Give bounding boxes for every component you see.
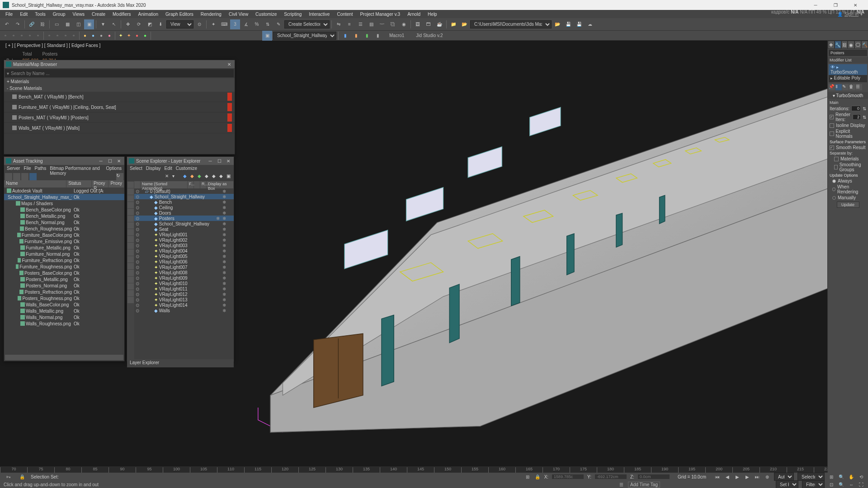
- asset-row[interactable]: Posters_BaseColor.pngOk: [4, 270, 124, 276]
- stack-icon[interactable]: ▮: [373, 31, 383, 41]
- material-row[interactable]: Posters_MAT ( VRayMtl ) [Posters]: [4, 113, 235, 123]
- light-icon[interactable]: ✦: [117, 32, 124, 39]
- placement-icon[interactable]: ⬇: [156, 19, 165, 29]
- se-btn[interactable]: ◆: [219, 174, 226, 180]
- time-play-icon[interactable]: ▶: [734, 474, 741, 480]
- asset-row[interactable]: Bench_Normal.pngOk: [4, 219, 124, 225]
- light-icon[interactable]: ●: [133, 32, 141, 39]
- select-region-icon[interactable]: ◫: [73, 19, 83, 29]
- panel-min-icon[interactable]: ─: [97, 159, 104, 164]
- rotate-icon[interactable]: ⟳: [134, 19, 144, 29]
- stack-icon[interactable]: ▮: [340, 31, 350, 41]
- asset-row[interactable]: Autodesk VaultLogged Out (Asset...: [4, 188, 124, 194]
- add-time-tag[interactable]: Add Time Tag: [628, 482, 660, 488]
- sub-icon[interactable]: ▫: [26, 32, 33, 39]
- render-icon[interactable]: ☕: [434, 19, 444, 29]
- schematic-icon[interactable]: ⿻: [388, 19, 398, 29]
- pm-icon1[interactable]: 📁: [448, 19, 458, 29]
- scene-row[interactable]: ⊙✦ VRayLight003❄: [134, 243, 234, 248]
- asset-row[interactable]: Posters_Roughness.pngOk: [4, 295, 124, 301]
- at-menu-item[interactable]: Bitmap Performance and Memory: [50, 166, 102, 171]
- select-object-icon[interactable]: ↖: [109, 19, 119, 29]
- asset-row[interactable]: Bench_BaseColor.pngOk: [4, 206, 124, 213]
- modifier-list-label[interactable]: Modifier List: [828, 57, 868, 63]
- at-btn[interactable]: [13, 173, 20, 180]
- cloud-icon[interactable]: ☁: [585, 19, 595, 29]
- stack-icon[interactable]: ▮: [351, 31, 361, 41]
- scene-row[interactable]: ⊙✦ VRayLight014❄: [134, 302, 234, 308]
- at-menu-item[interactable]: Paths: [35, 166, 47, 171]
- abs-rel-icon[interactable]: ⊞: [524, 474, 531, 480]
- minimize-button[interactable]: ─: [806, 0, 826, 10]
- se-filter-icon[interactable]: [127, 236, 134, 242]
- utilities-tab-icon[interactable]: 🔨: [861, 41, 868, 49]
- vp-nav-icon[interactable]: ⊡: [828, 481, 835, 488]
- at-btn[interactable]: [21, 173, 28, 180]
- menu-civil-view[interactable]: Civil View: [225, 11, 252, 18]
- h-scrollbar[interactable]: [5, 355, 123, 360]
- iterations-spinner[interactable]: 0: [851, 106, 861, 111]
- window-crossing-icon[interactable]: ▣: [84, 19, 94, 29]
- asset-row[interactable]: Furniture_Normal.pngOk: [4, 251, 124, 257]
- open-folder-icon[interactable]: 📂: [552, 19, 562, 29]
- se-filter-icon[interactable]: [127, 216, 134, 222]
- scene-row[interactable]: ⊙✦ VRayLight009❄: [134, 275, 234, 281]
- sep-materials-check[interactable]: [834, 157, 839, 161]
- se-menu-item[interactable]: Select: [130, 166, 142, 171]
- se-menu-item[interactable]: Display: [146, 166, 161, 171]
- asset-row[interactable]: Furniture_BaseColor.pngOk: [4, 232, 124, 238]
- panel-close-icon[interactable]: ✕: [225, 159, 232, 164]
- menu-views[interactable]: Views: [69, 11, 89, 18]
- asset-row[interactable]: Furniture_Emissive.pngOk: [4, 238, 124, 244]
- named-selset-combo[interactable]: Create Selection Set: [284, 20, 330, 28]
- layers-icon[interactable]: ☰: [355, 19, 365, 29]
- make-unique-icon[interactable]: ✎: [842, 84, 849, 90]
- at-btn[interactable]: [29, 173, 37, 180]
- scene-row[interactable]: ⊙◆ Bench❄: [134, 199, 234, 205]
- scene-row[interactable]: ⊙◆ Doors❄: [134, 210, 234, 216]
- scene-row[interactable]: ⊙✦ VRayLight006❄: [134, 259, 234, 264]
- menu-scripting[interactable]: Scripting: [280, 11, 305, 18]
- snap-3d-icon[interactable]: 3: [230, 19, 240, 29]
- se-btn[interactable]: ◆: [212, 174, 218, 180]
- sub-icon[interactable]: ▫: [18, 32, 25, 39]
- menu-tools[interactable]: Tools: [31, 11, 49, 18]
- menu-animation[interactable]: Animation: [135, 11, 162, 18]
- panel-close-icon[interactable]: ✕: [226, 62, 233, 67]
- align-icon[interactable]: ≡: [344, 19, 354, 29]
- sub-icon[interactable]: ▫: [62, 32, 69, 39]
- se-filter-icon[interactable]: [127, 182, 134, 188]
- vp-nav-icon[interactable]: 🔍: [838, 481, 844, 488]
- material-row[interactable]: Furniture_MAT ( VRayMtl ) [Ceiling, Door…: [4, 102, 235, 113]
- iso-sel-icon[interactable]: ▣: [262, 31, 272, 41]
- time-next-icon[interactable]: ▶: [744, 474, 750, 480]
- select-manip-icon[interactable]: ✦: [208, 19, 218, 29]
- asset-row[interactable]: Posters_Normal.pngOk: [4, 282, 124, 289]
- se-btn[interactable]: ◆: [190, 174, 197, 180]
- asset-row[interactable]: Furniture_Refraction.pngOk: [4, 257, 124, 263]
- scene-row[interactable]: ⊙◆ Posters❄❄: [134, 216, 234, 221]
- smooth-result-check[interactable]: [830, 145, 834, 150]
- menu-arnold[interactable]: Arnold: [404, 11, 424, 18]
- explicit-normals-check[interactable]: [830, 131, 834, 136]
- render-iters-check[interactable]: [830, 115, 834, 119]
- material-row[interactable]: Walls_MAT ( VRayMtl ) [Walls]: [4, 123, 235, 133]
- scene-row[interactable]: ⊙✦ VRayLight004❄: [134, 248, 234, 253]
- select-icon[interactable]: ▭: [52, 19, 61, 29]
- se-filter-icon[interactable]: [127, 263, 134, 269]
- col-proxy[interactable]: Proxy: [108, 180, 124, 188]
- path-combo[interactable]: C:\Users\MSI\Documents\3ds Max 2020: [470, 20, 552, 28]
- render-frame-icon[interactable]: 🗔: [424, 19, 434, 29]
- scene-row[interactable]: ⊙◆ Ceiling❄: [134, 205, 234, 210]
- mirror-icon[interactable]: ⇋: [334, 19, 344, 29]
- col-frozen[interactable]: F...: [188, 181, 194, 188]
- sphere-icon[interactable]: ●: [106, 32, 113, 39]
- create-tab-icon[interactable]: ✚: [828, 41, 835, 49]
- vp-nav-icon[interactable]: ✋: [848, 474, 854, 480]
- menu-interactive[interactable]: Interactive: [305, 11, 333, 18]
- keyboard-icon[interactable]: ⌨: [219, 19, 229, 29]
- z-coord[interactable]: 0.0cm: [638, 474, 670, 479]
- se-btn[interactable]: ▣: [226, 174, 233, 180]
- menu-content[interactable]: Content: [333, 11, 356, 18]
- hierarchy-tab-icon[interactable]: ⛓: [841, 41, 848, 49]
